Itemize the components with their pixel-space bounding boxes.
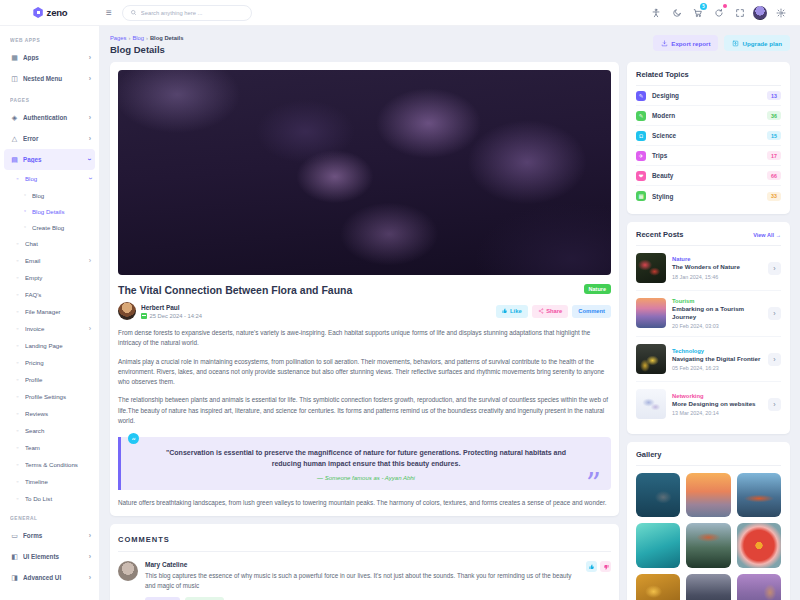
sidebar-item[interactable]: ○ Create Blog: [0, 219, 99, 235]
sidebar-item[interactable]: ◧ UI Elements ›: [0, 546, 99, 567]
sidebar-item-label: Terms & Conditions: [25, 461, 91, 468]
quote-close-icon: [586, 469, 601, 499]
post-chevron-button[interactable]: ›: [768, 353, 781, 366]
recent-post-row[interactable]: Networking More Designing on websites 13…: [636, 382, 781, 426]
gallery-image[interactable]: [737, 473, 781, 517]
sidebar-item[interactable]: GENERAL: [0, 512, 99, 525]
post-date: 18 Jan 2024, 15:46: [672, 274, 762, 280]
sidebar-item[interactable]: ◈ Authentication ›: [0, 107, 99, 128]
sidebar-item[interactable]: ○ Profile Settings: [0, 388, 99, 405]
topic-row[interactable]: ✎ Desiging 13: [636, 86, 781, 106]
post-chevron-button[interactable]: ›: [768, 398, 781, 411]
recent-post-row[interactable]: Technology Navigating the Digital Fronti…: [636, 337, 781, 382]
sidebar-item[interactable]: ○ FAQ's: [0, 286, 99, 303]
view-all-link[interactable]: View All →: [753, 232, 781, 238]
sidebar-item[interactable]: ○ Email ›: [0, 252, 99, 269]
chevron-icon: ›: [89, 257, 91, 264]
topic-row[interactable]: Ω Science 15: [636, 126, 781, 146]
sidebar-item[interactable]: ○ Pricing: [0, 354, 99, 371]
post-title: More Designing on websites: [672, 400, 762, 408]
search-input[interactable]: [141, 10, 244, 16]
chevron-icon: ›: [85, 158, 92, 160]
cart-icon[interactable]: 5: [690, 5, 705, 20]
accessibility-icon[interactable]: [648, 5, 663, 20]
breadcrumb-blog[interactable]: Blog: [132, 35, 144, 41]
topic-row[interactable]: ▦ Styling 33: [636, 186, 781, 206]
sidebar-item[interactable]: ◫ Nested Menu ›: [0, 68, 99, 89]
sidebar-item[interactable]: ○ Profile: [0, 371, 99, 388]
gallery-image[interactable]: [737, 574, 781, 600]
sidebar-item[interactable]: ○ Empty: [0, 269, 99, 286]
gallery-image[interactable]: [686, 473, 730, 517]
export-report-button[interactable]: Export report: [653, 35, 718, 51]
gallery-image[interactable]: [636, 473, 680, 517]
gallery-image[interactable]: [686, 523, 730, 567]
report-button[interactable]: Report: [185, 597, 223, 600]
post-date: 05 Feb 2024, 16:23: [672, 365, 762, 371]
sidebar-item-icon: ○: [14, 411, 21, 416]
sidebar-item-label: Blog: [32, 192, 91, 199]
notification-dot: [723, 4, 727, 8]
sidebar-item[interactable]: ▭ Forms ›: [0, 525, 99, 546]
like-button[interactable]: Like: [496, 305, 528, 318]
sidebar-item[interactable]: ○ Invoice ›: [0, 320, 99, 337]
topic-row[interactable]: ❤ Beauty 66: [636, 166, 781, 186]
user-avatar[interactable]: [753, 6, 767, 20]
sidebar-item[interactable]: ○ Search: [0, 422, 99, 439]
post-chevron-button[interactable]: ›: [768, 262, 781, 275]
sidebar-item-icon: ◈: [10, 114, 19, 122]
upgrade-plan-button[interactable]: Upgrade plan: [724, 35, 790, 51]
logo[interactable]: zeno: [0, 7, 100, 18]
gallery-image[interactable]: [636, 574, 680, 600]
dark-mode-icon[interactable]: [669, 5, 684, 20]
reply-button[interactable]: Reply: [145, 597, 180, 600]
topic-row[interactable]: ✎ Modern 36: [636, 106, 781, 126]
sidebar-item[interactable]: ○ File Manager: [0, 303, 99, 320]
sidebar-item[interactable]: ○ Landing Page: [0, 337, 99, 354]
sidebar-item[interactable]: ○ Blog Details: [0, 203, 99, 219]
main-content: Pages›Blog›Blog Details Blog Details Exp…: [100, 26, 800, 600]
gallery-image[interactable]: [686, 574, 730, 600]
share-button[interactable]: Share: [532, 305, 569, 318]
header-actions: 5: [648, 5, 800, 20]
sidebar-item[interactable]: ○ To Do List: [0, 490, 99, 507]
post-chevron-button[interactable]: ›: [768, 307, 781, 320]
gallery-image[interactable]: [737, 523, 781, 567]
settings-icon[interactable]: [773, 5, 788, 20]
gallery-image[interactable]: [636, 523, 680, 567]
sidebar-item-icon: ○: [14, 360, 21, 365]
comment-like-button[interactable]: [586, 561, 597, 572]
refresh-icon[interactable]: [711, 5, 726, 20]
sidebar-item[interactable]: ○ Team: [0, 439, 99, 456]
topic-icon: ✎: [636, 111, 646, 121]
sidebar-item[interactable]: ○ Reviews: [0, 405, 99, 422]
breadcrumb-pages[interactable]: Pages: [110, 35, 126, 41]
sidebar-item-icon: ▦: [10, 54, 19, 62]
fullscreen-icon[interactable]: [732, 5, 747, 20]
sidebar-item[interactable]: ○ Blog ›: [0, 170, 99, 187]
chevron-icon: ›: [89, 325, 91, 332]
sidebar-item[interactable]: ○ Chat: [0, 235, 99, 252]
comment-text: This blog captures the essence of why mu…: [145, 571, 575, 591]
comment-dislike-button[interactable]: [600, 561, 611, 572]
global-search[interactable]: [122, 5, 252, 21]
recent-post-row[interactable]: Tourism Embarking on a Tourism Journey 2…: [636, 291, 781, 337]
sidebar-item[interactable]: △ Error ›: [0, 128, 99, 149]
menu-toggle-icon[interactable]: ≡: [106, 7, 112, 18]
sidebar-item[interactable]: PAGES: [0, 94, 99, 107]
sidebar-item[interactable]: ◨ Advanced UI ›: [0, 567, 99, 588]
topic-label: Trips: [652, 152, 767, 159]
sidebar-item[interactable]: WEB APPS: [0, 34, 99, 47]
sidebar-item[interactable]: ○ Terms & Conditions: [0, 456, 99, 473]
recent-post-row[interactable]: Nature The Wonders of Nature 18 Jan 2024…: [636, 246, 781, 291]
topic-icon: ▦: [636, 191, 646, 201]
sidebar-item[interactable]: ▦ Apps ›: [0, 47, 99, 68]
sidebar-item-label: PAGES: [10, 98, 91, 103]
sidebar-item[interactable]: ○ Timeline: [0, 473, 99, 490]
sidebar-item-icon: ○: [14, 176, 21, 181]
sidebar-item[interactable]: ▤ Pages ›: [4, 149, 95, 170]
topic-row[interactable]: ✈ Trips 17: [636, 146, 781, 166]
sidebar-item[interactable]: ○ Blog: [0, 187, 99, 203]
sidebar-item-label: Advanced UI: [23, 574, 89, 581]
comment-button[interactable]: Comment: [572, 305, 611, 318]
